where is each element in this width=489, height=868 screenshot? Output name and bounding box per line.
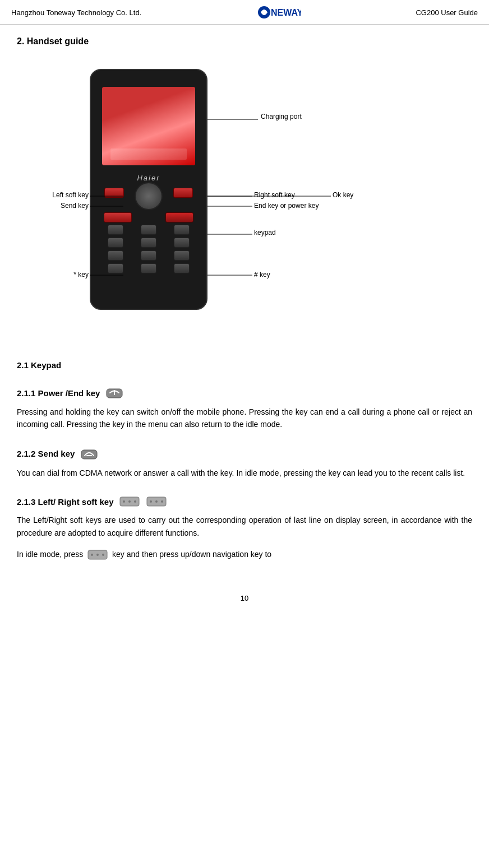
nav-key-btn[interactable]	[135, 182, 163, 210]
phone-brand: Haier	[91, 174, 206, 182]
phone-screen	[102, 87, 195, 165]
logo: NEWAY	[256, 4, 301, 20]
key-9[interactable]	[174, 250, 190, 261]
subsection-2-1-3-body: The Left/Right soft keys are used to car…	[17, 514, 472, 539]
num-row-2	[99, 238, 198, 248]
end-key-label: End key or power key	[254, 202, 319, 210]
key-0[interactable]	[141, 263, 156, 273]
subsection-2-1-title: 2.1 Keypad	[17, 360, 472, 370]
hash-key-label: # key	[254, 271, 270, 278]
left-soft-key-btn[interactable]	[104, 188, 124, 198]
svg-point-25	[96, 554, 99, 556]
nav-row	[99, 188, 198, 210]
company-name: Hangzhou Toneway Technology Co. Ltd.	[11, 8, 141, 17]
right-soft-key-btn[interactable]	[173, 188, 193, 198]
key-5[interactable]	[141, 238, 156, 248]
key-6[interactable]	[174, 238, 190, 248]
main-content: 2. Handset guide Haier	[0, 25, 489, 588]
charging-port-label: Charging port	[261, 113, 302, 120]
key-3[interactable]	[174, 225, 190, 235]
page-number: 10	[241, 594, 248, 602]
subsection-2-1-1-title: 2.1.1 Power /End key	[17, 387, 472, 399]
page-footer: 10	[0, 588, 489, 608]
phone-image: Haier	[90, 69, 207, 310]
key-hash[interactable]	[174, 263, 190, 273]
right-soft-key-label: Right soft key	[254, 191, 295, 199]
section-title: 2. Handset guide	[17, 36, 472, 47]
svg-point-16	[123, 500, 125, 503]
subsection-2-1-1-body: Pressing and holding the key can switch …	[17, 406, 472, 431]
key-1[interactable]	[108, 225, 123, 235]
subsection-2-1-3-extra: In idle mode, press key and then press u…	[17, 548, 472, 560]
phone-keypad-area	[99, 188, 198, 298]
inline-soft-key-icon	[87, 549, 108, 560]
key-8[interactable]	[141, 250, 156, 261]
num-row-1	[99, 225, 198, 235]
num-row-3	[99, 250, 198, 261]
svg-point-26	[102, 554, 104, 556]
right-soft-key-icon	[146, 496, 167, 507]
svg-text:NEWAY: NEWAY	[271, 8, 301, 17]
subsection-2-1-2-body: You can dial from CDMA network or answer…	[17, 467, 472, 479]
left-soft-key-icon	[119, 496, 140, 507]
svg-point-22	[161, 500, 163, 503]
page-header: Hangzhou Toneway Technology Co. Ltd. NEW…	[0, 0, 489, 25]
svg-point-17	[128, 500, 131, 503]
subsection-2-1-3-title: 2.1.3 Left/ Right soft key	[17, 496, 472, 507]
subsection-2-1-2: 2.1.2 Send key You can dial from CDMA ne…	[17, 448, 472, 479]
guide-title: CG200 User Guide	[416, 8, 478, 17]
key-7[interactable]	[108, 250, 123, 261]
svg-rect-13	[81, 450, 97, 459]
send-key-icon	[80, 448, 98, 460]
subsection-2-1-1: 2.1.1 Power /End key Pressing and holdin…	[17, 387, 472, 431]
subsection-2-1: 2.1 Keypad	[17, 360, 472, 370]
svg-point-24	[91, 554, 93, 556]
logo-svg: NEWAY	[256, 4, 301, 20]
send-key-label: Send key	[17, 202, 89, 210]
key-4[interactable]	[108, 238, 123, 248]
power-end-key-icon	[105, 387, 123, 399]
call-row	[99, 212, 198, 222]
phone-screen-inner	[102, 87, 195, 165]
send-key-btn[interactable]	[104, 212, 132, 222]
key-2[interactable]	[141, 225, 156, 235]
key-star[interactable]	[108, 263, 123, 273]
keypad-label: keypad	[254, 229, 276, 236]
subsection-2-1-3: 2.1.3 Left/ Right soft key The Left/Righ…	[17, 496, 472, 560]
svg-point-20	[150, 500, 152, 503]
end-key-btn[interactable]	[165, 212, 193, 222]
left-soft-key-label: Left soft key	[17, 191, 89, 199]
ok-key-label: Ok key	[333, 191, 353, 199]
num-row-4	[99, 263, 198, 273]
svg-point-18	[134, 500, 136, 503]
star-key-label: * key	[17, 271, 89, 278]
subsection-2-1-2-title: 2.1.2 Send key	[17, 448, 472, 460]
svg-point-21	[155, 500, 158, 503]
handset-diagram: Haier	[17, 58, 472, 338]
